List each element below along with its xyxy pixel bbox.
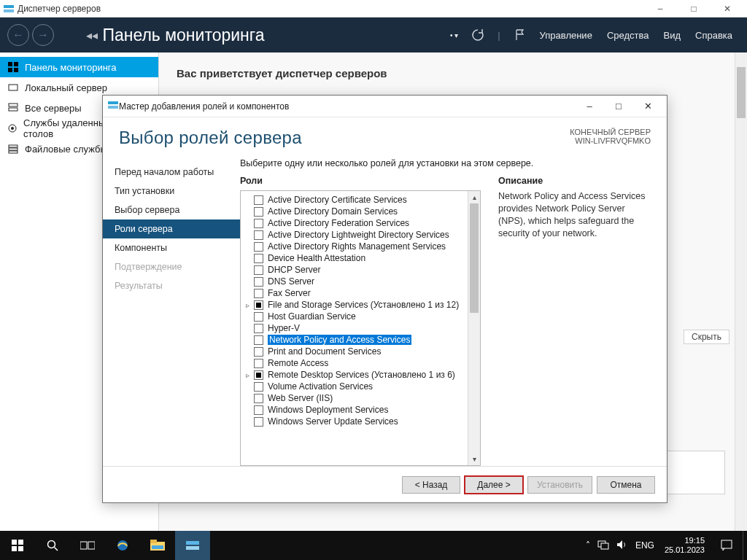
role-row[interactable]: Windows Deployment Services — [242, 404, 466, 416]
menu-help[interactable]: Справка — [695, 30, 732, 41]
taskbar-server-manager-icon[interactable] — [175, 531, 210, 560]
svg-rect-14 — [108, 101, 118, 104]
role-row[interactable]: Windows Server Update Services — [242, 416, 466, 427]
role-row[interactable]: Remote Access — [242, 357, 466, 369]
role-row[interactable]: Active Directory Federation Services — [242, 217, 466, 229]
svg-point-10 — [11, 127, 14, 130]
install-button[interactable]: Установить — [527, 476, 592, 494]
wizard-step[interactable]: Роли сервера — [103, 219, 240, 238]
role-label: Active Directory Federation Services — [268, 218, 409, 228]
taskbar-ie-icon[interactable] — [105, 531, 140, 560]
wizard-steps: Перед началом работыТип установкиВыбор с… — [103, 155, 240, 466]
tray-chevron-up-icon[interactable]: ˄ — [586, 540, 590, 551]
scroll-up-icon[interactable]: ▴ — [468, 191, 480, 203]
roles-scrollbar[interactable]: ▴ ▾ — [468, 191, 480, 465]
role-checkbox[interactable] — [254, 207, 263, 217]
role-checkbox[interactable] — [254, 335, 263, 345]
cancel-button[interactable]: Отмена — [597, 476, 655, 494]
role-label: Host Guardian Service — [268, 311, 356, 322]
notifications-flag-icon[interactable] — [511, 26, 530, 44]
role-checkbox[interactable] — [254, 254, 263, 263]
scroll-down-icon[interactable]: ▾ — [468, 453, 480, 465]
role-checkbox[interactable] — [254, 300, 263, 310]
role-row[interactable]: Host Guardian Service — [242, 311, 466, 322]
sm-scrollbar[interactable] — [735, 52, 747, 531]
role-checkbox[interactable] — [254, 359, 263, 368]
role-checkbox[interactable] — [254, 324, 263, 333]
sm-minimize-button[interactable]: – — [643, 0, 677, 18]
refresh-icon[interactable] — [468, 26, 487, 44]
role-checkbox[interactable] — [254, 265, 263, 275]
task-view-button[interactable] — [70, 531, 105, 560]
start-button[interactable] — [0, 531, 35, 560]
role-row[interactable]: Active Directory Rights Management Servi… — [242, 241, 466, 252]
role-checkbox[interactable] — [254, 417, 263, 427]
taskbar: ˄ ENG 19:15 25.01.2023 — [0, 531, 747, 560]
role-checkbox[interactable] — [254, 195, 263, 205]
role-checkbox[interactable] — [254, 405, 263, 415]
menu-tools[interactable]: Средства — [607, 30, 649, 41]
role-row[interactable]: Active Directory Lightweight Directory S… — [242, 229, 466, 241]
tray-network-icon[interactable] — [597, 540, 609, 552]
role-row[interactable]: Volume Activation Services — [242, 381, 466, 392]
role-row[interactable]: Device Health Attestation — [242, 252, 466, 264]
wizard-maximize-button[interactable]: □ — [604, 96, 633, 117]
svg-rect-31 — [601, 543, 608, 549]
role-row[interactable]: Fax Server — [242, 287, 466, 299]
menu-view[interactable]: Вид — [663, 30, 681, 41]
role-row[interactable]: ▹Remote Desktop Services (Установлено 1 … — [242, 369, 466, 381]
next-button[interactable]: Далее > — [465, 476, 523, 494]
expander-icon[interactable]: ▹ — [244, 301, 251, 309]
role-checkbox[interactable] — [254, 394, 263, 403]
role-row[interactable]: Print and Document Services — [242, 346, 466, 357]
role-label: Device Health Attestation — [268, 253, 365, 263]
menu-manage[interactable]: Управление — [540, 30, 592, 41]
wizard-step[interactable]: Выбор сервера — [103, 201, 240, 219]
role-checkbox[interactable] — [254, 312, 263, 322]
role-checkbox[interactable] — [254, 219, 263, 228]
roles-listbox[interactable]: Active Directory Certificate ServicesAct… — [240, 190, 481, 466]
wizard-step: Подтверждение — [103, 257, 240, 276]
file-services-icon — [7, 143, 19, 155]
role-row[interactable]: Active Directory Certificate Services — [242, 194, 466, 206]
wizard-titlebar: Мастер добавления ролей и компонентов – … — [103, 96, 667, 117]
action-center-icon[interactable] — [711, 531, 743, 560]
back-button[interactable]: < Назад — [402, 476, 460, 494]
role-checkbox[interactable] — [254, 230, 263, 240]
role-checkbox[interactable] — [254, 242, 263, 252]
role-row[interactable]: Active Directory Domain Services — [242, 206, 466, 217]
sm-close-button[interactable]: ✕ — [711, 0, 744, 18]
role-row[interactable]: Hyper-V — [242, 322, 466, 334]
sidebar-item-dashboard[interactable]: Панель мониторинга — [0, 57, 158, 77]
role-label: Fax Server — [268, 288, 311, 298]
role-row[interactable]: Web Server (IIS) — [242, 392, 466, 404]
role-checkbox[interactable] — [254, 347, 263, 357]
wizard-step[interactable]: Компоненты — [103, 238, 240, 257]
svg-rect-4 — [8, 68, 12, 72]
nav-back-button[interactable]: ← — [7, 24, 29, 46]
wizard-minimize-button[interactable]: – — [575, 96, 604, 117]
wizard-step[interactable]: Тип установки — [103, 182, 240, 201]
header-dropdown-icon[interactable]: • ▾ — [450, 31, 458, 39]
role-checkbox[interactable] — [254, 277, 263, 287]
tray-volume-icon[interactable] — [616, 540, 628, 552]
wizard-close-button[interactable]: ✕ — [633, 96, 662, 117]
role-row[interactable]: DHCP Server — [242, 264, 466, 276]
show-desktop-button[interactable] — [743, 531, 747, 560]
role-row[interactable]: Network Policy and Access Services — [242, 334, 466, 346]
taskbar-explorer-icon[interactable] — [140, 531, 175, 560]
search-button[interactable] — [35, 531, 70, 560]
wizard-step[interactable]: Перед началом работы — [103, 163, 240, 182]
role-checkbox[interactable] — [254, 382, 263, 392]
tray-clock[interactable]: 19:15 25.01.2023 — [659, 536, 711, 554]
role-label: Hyper-V — [268, 323, 300, 333]
role-checkbox[interactable] — [254, 289, 263, 298]
role-row[interactable]: ▹File and Storage Services (Установлено … — [242, 299, 466, 311]
tray-language[interactable]: ENG — [635, 540, 654, 551]
nav-forward-button[interactable]: → — [32, 24, 54, 46]
sm-maximize-button[interactable]: □ — [677, 0, 711, 18]
role-row[interactable]: DNS Server — [242, 276, 466, 287]
role-checkbox[interactable] — [254, 370, 263, 380]
hide-button[interactable]: Скрыть — [684, 330, 729, 344]
expander-icon[interactable]: ▹ — [244, 371, 251, 379]
